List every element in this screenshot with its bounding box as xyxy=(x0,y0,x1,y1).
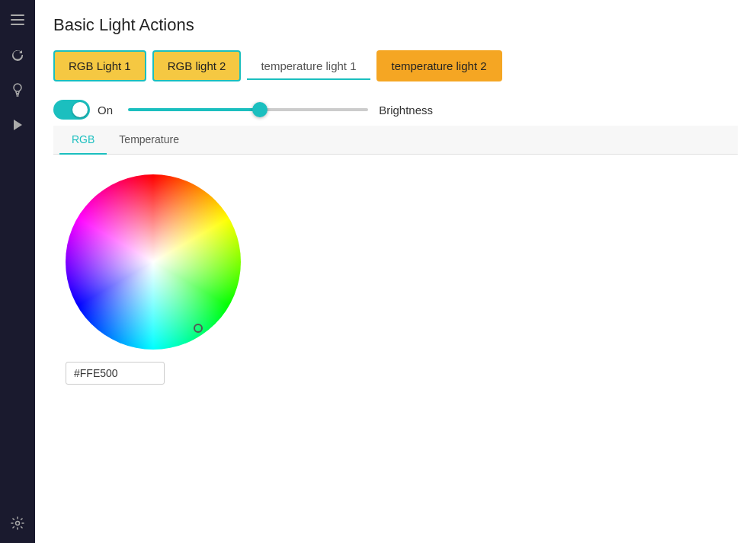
svg-point-7 xyxy=(16,522,20,525)
brightness-label: Brightness xyxy=(379,104,433,117)
color-wheel[interactable] xyxy=(66,174,241,350)
sidebar xyxy=(0,0,35,543)
sub-tab-temperature[interactable]: Temperature xyxy=(107,126,191,155)
main-content: Basic Light Actions RGB Light 1 RGB ligh… xyxy=(35,0,756,543)
light-icon[interactable] xyxy=(7,79,28,101)
svg-rect-0 xyxy=(11,14,24,16)
sub-tab-rgb[interactable]: RGB xyxy=(59,126,107,155)
controls-row: On Brightness xyxy=(53,100,738,120)
brightness-slider-track[interactable] xyxy=(128,108,368,111)
tab-temp-light-1[interactable]: temperature light 1 xyxy=(247,52,370,80)
toggle-label: On xyxy=(98,104,113,117)
tab-temp-light-2[interactable]: temperature light 2 xyxy=(376,50,502,81)
page-title: Basic Light Actions xyxy=(53,15,738,35)
color-cursor[interactable] xyxy=(194,324,203,333)
power-toggle[interactable] xyxy=(53,100,90,120)
svg-rect-2 xyxy=(11,24,24,25)
color-hex-input[interactable] xyxy=(66,362,165,385)
tab-rgb-light-2[interactable]: RGB light 2 xyxy=(152,50,242,81)
brightness-slider-wrapper: Brightness xyxy=(128,104,433,117)
svg-point-3 xyxy=(14,84,21,91)
color-picker-area xyxy=(53,167,738,392)
svg-marker-6 xyxy=(14,120,22,130)
tab-rgb-light-1[interactable]: RGB Light 1 xyxy=(53,50,146,81)
refresh-icon[interactable] xyxy=(7,44,28,65)
menu-icon[interactable] xyxy=(7,9,28,30)
play-icon[interactable] xyxy=(7,114,28,136)
svg-rect-1 xyxy=(11,19,24,21)
toggle-knob xyxy=(72,102,88,117)
color-wheel-container[interactable] xyxy=(66,174,241,350)
brightness-slider-thumb[interactable] xyxy=(252,102,267,117)
sub-tabs: RGB Temperature xyxy=(53,126,738,155)
toggle-wrapper: On xyxy=(53,100,113,120)
device-tabs: RGB Light 1 RGB light 2 temperature ligh… xyxy=(53,50,738,81)
settings-icon[interactable] xyxy=(7,513,28,534)
